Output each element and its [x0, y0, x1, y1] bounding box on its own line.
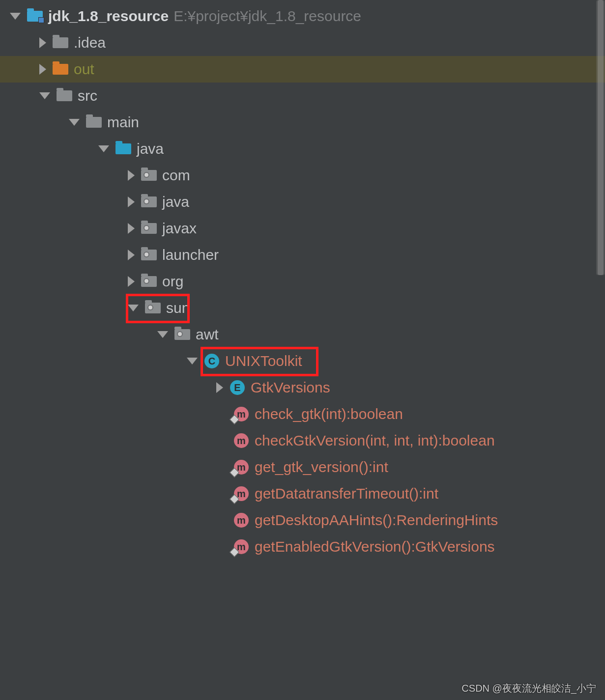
tree-row-org[interactable]: org	[0, 268, 605, 295]
node-label: get_gtk_version():int	[255, 459, 388, 476]
no-expander	[216, 437, 227, 444]
no-expander	[216, 464, 227, 471]
node-label: check_gtk(int):boolean	[255, 406, 403, 422]
tree-row-awt[interactable]: awt	[0, 321, 605, 348]
chevron-right-icon[interactable]	[39, 64, 46, 75]
tree-row-method[interactable]: m getDatatransferTimeout():int	[0, 480, 605, 507]
project-tree[interactable]: jdk_1.8_resource E:¥project¥jdk_1.8_reso…	[0, 0, 605, 560]
chevron-right-icon[interactable]	[128, 170, 135, 181]
method-icon: m	[233, 540, 250, 554]
chevron-down-icon[interactable]	[98, 145, 109, 152]
node-label: org	[162, 273, 183, 290]
node-label: GtkVersions	[251, 379, 330, 396]
tree-row-method[interactable]: m check_gtk(int):boolean	[0, 401, 605, 427]
tree-row-gtkversions[interactable]: E GtkVersions	[0, 374, 605, 401]
package-icon	[174, 328, 191, 341]
folder-icon	[56, 89, 73, 103]
tree-row-com[interactable]: com	[0, 162, 605, 189]
chevron-down-icon[interactable]	[128, 305, 139, 311]
package-icon	[144, 301, 161, 315]
node-label: checkGtkVersion(int, int, int):boolean	[255, 432, 495, 449]
no-expander	[216, 490, 227, 497]
root-path: E:¥project¥jdk_1.8_resource	[173, 8, 361, 25]
tree-row-idea[interactable]: .idea	[0, 29, 605, 56]
node-label: awt	[196, 326, 219, 343]
tree-row-pkg-java[interactable]: java	[0, 189, 605, 215]
chevron-right-icon[interactable]	[216, 382, 223, 393]
package-icon	[141, 275, 157, 288]
package-icon	[141, 248, 157, 262]
method-icon: m	[233, 407, 250, 421]
node-label: UNIXToolkit	[225, 353, 302, 369]
tree-row-unixtoolkit[interactable]: C UNIXToolkit	[0, 348, 605, 374]
node-label: getDatatransferTimeout():int	[255, 485, 438, 502]
tree-row-method[interactable]: m getDesktopAAHints():RenderingHints	[0, 507, 605, 533]
tree-row-root[interactable]: jdk_1.8_resource E:¥project¥jdk_1.8_reso…	[0, 3, 605, 29]
method-icon: m	[233, 487, 250, 501]
node-label: main	[107, 114, 139, 131]
tree-row-src[interactable]: src	[0, 83, 605, 109]
tree-row-method[interactable]: m checkGtkVersion(int, int, int):boolean	[0, 427, 605, 454]
method-icon: m	[233, 513, 250, 527]
node-label: sun	[166, 300, 190, 316]
no-expander	[216, 411, 227, 418]
class-icon: C	[203, 354, 220, 368]
node-label: java	[162, 194, 189, 210]
chevron-down-icon[interactable]	[157, 331, 168, 338]
package-icon	[141, 168, 157, 182]
method-icon: m	[233, 460, 250, 474]
folder-icon	[52, 36, 69, 50]
tree-row-launcher[interactable]: launcher	[0, 242, 605, 268]
tree-row-method[interactable]: m get_gtk_version():int	[0, 454, 605, 480]
chevron-down-icon[interactable]	[39, 92, 50, 99]
chevron-right-icon[interactable]	[39, 37, 46, 48]
chevron-right-icon[interactable]	[128, 250, 135, 260]
node-label: .idea	[74, 34, 106, 51]
watermark-text: CSDN @夜夜流光相皎洁_小宁	[461, 682, 596, 695]
no-expander	[216, 543, 227, 550]
tree-row-main[interactable]: main	[0, 109, 605, 136]
module-folder-icon	[27, 9, 43, 23]
chevron-right-icon[interactable]	[128, 276, 135, 287]
node-label: javax	[162, 220, 197, 237]
no-expander	[216, 517, 227, 524]
tree-row-out[interactable]: out	[0, 56, 605, 83]
node-label: java	[137, 140, 164, 157]
node-label: com	[162, 167, 190, 184]
tree-row-sun[interactable]: sun	[0, 295, 605, 321]
vertical-scrollbar[interactable]	[596, 0, 605, 275]
method-icon: m	[233, 434, 250, 448]
source-folder-icon	[115, 142, 132, 156]
node-label: launcher	[162, 247, 219, 263]
chevron-right-icon[interactable]	[128, 223, 135, 234]
enum-icon: E	[229, 381, 246, 394]
tree-row-javax[interactable]: javax	[0, 215, 605, 242]
chevron-right-icon[interactable]	[128, 196, 135, 207]
node-label: getDesktopAAHints():RenderingHints	[255, 512, 498, 529]
excluded-folder-icon	[52, 62, 69, 76]
chevron-down-icon[interactable]	[69, 119, 80, 126]
folder-icon	[86, 115, 102, 129]
node-label: getEnabledGtkVersion():GtkVersions	[255, 538, 495, 555]
node-label: out	[74, 61, 94, 78]
tree-row-java[interactable]: java	[0, 136, 605, 162]
chevron-down-icon[interactable]	[187, 358, 198, 364]
root-name: jdk_1.8_resource	[48, 8, 169, 25]
node-label: src	[78, 87, 97, 104]
chevron-down-icon[interactable]	[10, 13, 21, 20]
package-icon	[141, 195, 157, 209]
tree-row-method[interactable]: m getEnabledGtkVersion():GtkVersions	[0, 533, 605, 560]
package-icon	[141, 222, 157, 235]
